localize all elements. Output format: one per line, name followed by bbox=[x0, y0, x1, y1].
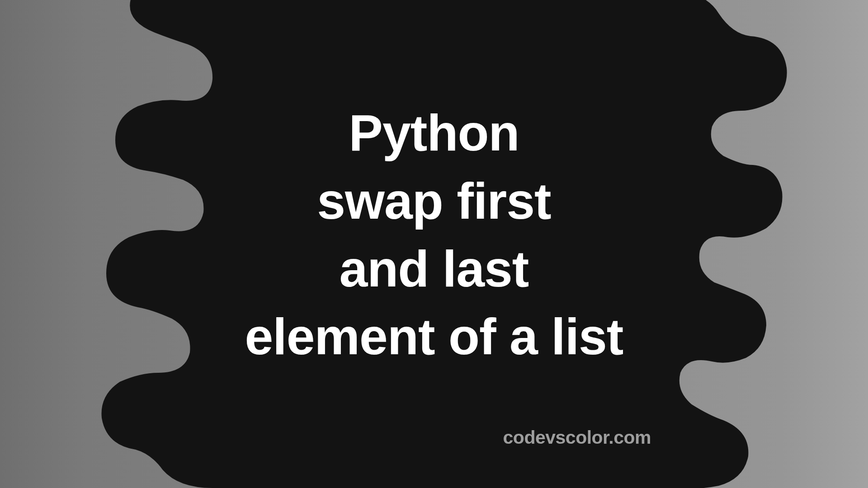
title-line-1: Python bbox=[245, 99, 623, 167]
title-line-4: element of a list bbox=[245, 303, 623, 371]
title-line-3: and last bbox=[245, 235, 623, 303]
watermark-text: codevscolor.com bbox=[503, 427, 651, 448]
title-text: Python swap first and last element of a … bbox=[245, 99, 623, 371]
title-line-2: swap first bbox=[245, 167, 623, 235]
main-content: Python swap first and last element of a … bbox=[0, 0, 868, 488]
